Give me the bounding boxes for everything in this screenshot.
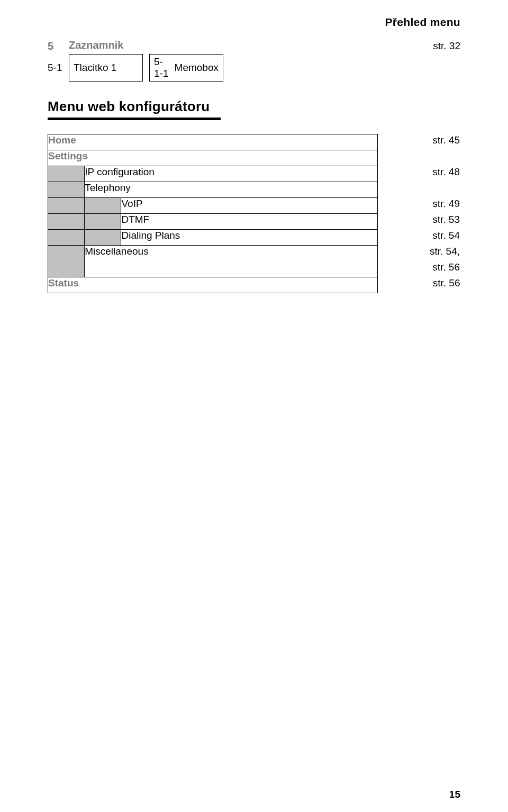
page-header: Přehled menu [48,16,460,29]
table-row: Miscellaneous str. 54, [48,246,460,261]
table-row: Telephony [48,182,460,198]
menu-index-5-1: 5-1 [48,54,69,82]
grey-indent-cell [85,198,121,214]
grey-indent-cell [48,214,85,230]
grey-indent-cell [85,230,121,246]
menu-box-tlacitko1: Tlacitko 1 [69,54,143,82]
cfg-dialing-label: Dialing Plans [121,230,378,246]
menu-label-memobox: Memobox [175,62,219,74]
cfg-home-label: Home [48,134,378,150]
cfg-ipconfig-label: IP configuration [85,166,378,182]
table-row: Settings [48,150,460,166]
section-underline [48,118,221,120]
grey-indent-cell [48,230,85,246]
grey-indent-cell [48,182,85,198]
menu-label-zaznamnik: Zaznamnik [69,39,123,53]
cfg-misc-ref1: str. 54, [378,246,460,261]
cfg-status-label: Status [48,277,378,293]
menu-subindex-5-1-1: 5-1-1 [154,56,170,79]
cfg-settings-label: Settings [48,150,378,166]
cfg-misc-ref2: str. 56 [378,261,460,277]
table-row: Dialing Plans str. 54 [48,230,460,246]
menu-index-5: 5 [48,39,69,53]
grey-indent-cell [85,214,121,230]
cfg-voip-ref: str. 49 [378,198,460,214]
cfg-dialing-ref: str. 54 [378,230,460,246]
config-table: Home str. 45 Settings IP configuration s… [48,134,460,293]
table-row: Home str. 45 [48,134,460,150]
cfg-home-ref: str. 45 [378,134,460,150]
page-number: 15 [449,789,460,800]
table-row: Status str. 56 [48,277,460,293]
grey-indent-cell [48,166,85,182]
grey-indent-cell [48,246,85,277]
table-row: VoIP str. 49 [48,198,460,214]
phone-menu-row-5: 5 Zaznamnik str. 32 [48,39,460,53]
page-ref-zaznamnik: str. 32 [123,39,460,53]
section-title-web-config: Menu web konfigurátoru [48,98,460,115]
cfg-ipconfig-ref: str. 48 [378,166,460,182]
grey-indent-cell [48,198,85,214]
cfg-status-ref: str. 56 [378,277,460,293]
cfg-misc-label: Miscellaneous [85,246,378,277]
table-row: IP configuration str. 48 [48,166,460,182]
cfg-voip-label: VoIP [121,198,378,214]
cfg-dtmf-ref: str. 53 [378,214,460,230]
table-row: DTMF str. 53 [48,214,460,230]
phone-menu-row-5-1: 5-1 Tlacitko 1 5-1-1 Memobox [48,54,460,82]
cfg-telephony-label: Telephony [85,182,378,198]
cfg-dtmf-label: DTMF [121,214,378,230]
